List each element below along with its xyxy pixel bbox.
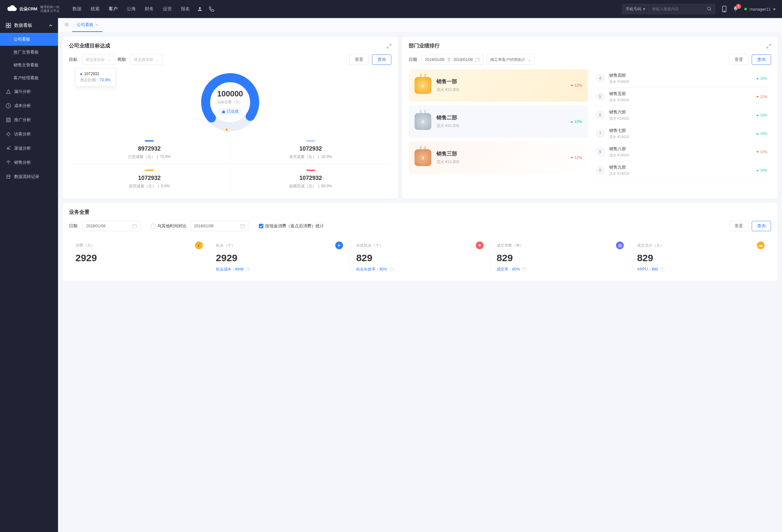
metric-icon: ➤ (335, 242, 343, 249)
mobile-icon[interactable] (722, 5, 727, 12)
user-icon[interactable] (197, 6, 203, 12)
sidebar-item-6[interactable]: 数据流转记录 (0, 170, 58, 184)
nav-item-2[interactable]: 客户 (109, 6, 118, 12)
svg-rect-6 (6, 26, 8, 28)
svg-point-1 (708, 7, 710, 10)
sidebar-sub-2[interactable]: 销售主管看板 (0, 59, 58, 72)
svg-rect-12 (241, 224, 245, 228)
goals-card: 公司业绩目标达成 目标 请选择目标⌄ 周期 请选择周期⌄ 重置 查询 10729… (63, 37, 398, 199)
ranking-card: 部门业绩排行 日期 2018/01/08至2018/01/08 按工单客户经理统… (402, 37, 778, 199)
username-label: manager11 (749, 7, 771, 11)
nav-icon (6, 132, 11, 137)
logo[interactable]: 云朵CRM 教育机构一站式服务云平台 (6, 5, 60, 13)
podium-1: 1销售一部流水 ¥10,90012% (409, 69, 588, 102)
date-input-1[interactable]: 2018/01/08 (82, 221, 141, 231)
sidebar: 数据看板 公司看板推广主管看板销售主管看板客户经理看板 漏斗分析成本分析推广分析… (0, 18, 58, 532)
nav-icon (6, 146, 11, 151)
metric-1: 机会（个）➤2929机会成本：¥948 ? (210, 239, 350, 275)
cash-checkbox[interactable]: 按现金消费（返点后消费）统计 (259, 223, 324, 229)
nav-item-0[interactable]: 数据 (73, 6, 81, 12)
nav-icon (6, 103, 11, 108)
date-range[interactable]: 2018/01/08至2018/01/08 (422, 55, 484, 65)
sidebar-sub-1[interactable]: 推广主管看板 (0, 46, 58, 59)
calendar-icon (475, 58, 480, 62)
tab-company-board[interactable]: 公司看板× (72, 18, 103, 32)
svg-rect-10 (476, 58, 479, 62)
query-button[interactable]: 查询 (752, 55, 771, 65)
target-select[interactable]: 请选择目标⌄ (82, 55, 114, 65)
date-input-2[interactable]: 2018/01/08 (190, 221, 249, 231)
tabbar: 公司看板× (58, 18, 782, 32)
close-icon[interactable]: × (96, 22, 98, 27)
groupby-select[interactable]: 按工单客户经理统计⌄ (487, 55, 534, 65)
nav-item-1[interactable]: 线索 (91, 6, 100, 12)
svg-point-3 (724, 11, 724, 11)
menu-toggle[interactable] (61, 22, 72, 28)
nav-item-6[interactable]: 报名 (181, 6, 190, 12)
stat-cell-3: 1072932超额完成（元）|89.9% (230, 164, 391, 193)
nav-item-5[interactable]: 运营 (163, 6, 172, 12)
reset-button[interactable]: 重置 (729, 221, 748, 231)
nav-item-3[interactable]: 公海 (127, 6, 136, 12)
svg-rect-5 (9, 23, 11, 25)
sidebar-sub-3[interactable]: 客户经理看板 (0, 72, 58, 84)
help-icon[interactable]: ? (660, 267, 665, 272)
sidebar-item-1[interactable]: 成本分析 (0, 99, 58, 113)
rank-row-7: 7销售七部流水 ¥1902010% (592, 125, 771, 143)
sidebar-item-5[interactable]: 销售分析 (0, 155, 58, 170)
sidebar-item-4[interactable]: 渠道分析 (0, 141, 58, 155)
main: 公司看板× 公司业绩目标达成 目标 请选择目标⌄ 周期 请选择周期⌄ 重置 查询 (58, 18, 782, 532)
rank-row-8: 8销售八部流水 ¥1902012% (592, 143, 771, 161)
donut-tooltip: 1072932 所占比例：70.9% (75, 68, 115, 86)
thumb-icon (221, 110, 225, 113)
nav-item-4[interactable]: 财务 (145, 6, 154, 12)
notifications[interactable]: 5 (733, 6, 739, 12)
search-button[interactable] (703, 6, 715, 12)
help-icon[interactable]: ? (246, 267, 250, 272)
svg-rect-7 (9, 26, 11, 28)
svg-rect-11 (133, 224, 137, 228)
help-icon[interactable]: ? (522, 267, 526, 272)
expand-icon[interactable] (767, 44, 771, 48)
stat-cell-0: 8972932已完成量（元）|70.9% (69, 135, 230, 164)
grid-icon (6, 23, 11, 28)
date-label: 日期 (409, 57, 417, 63)
metric-4: 成交流水（元）▬829ARPU：¥80 ? (631, 239, 771, 275)
nav-icon (6, 89, 11, 94)
search-input[interactable] (648, 7, 703, 11)
sidebar-item-3[interactable]: 访客分析 (0, 127, 58, 141)
help-icon[interactable]: ? (389, 267, 394, 272)
metric-3: 成交单数（单）▤829成交率：80% ? (490, 239, 631, 275)
phone-icon[interactable] (209, 6, 214, 12)
nav-icon (6, 117, 11, 122)
reset-button[interactable]: 重置 (729, 55, 748, 65)
reset-button[interactable]: 重置 (349, 55, 369, 65)
svg-point-0 (199, 7, 201, 9)
brand-name: 云朵CRM (19, 6, 37, 12)
expand-icon[interactable] (387, 44, 391, 48)
target-label: 目标 (69, 57, 77, 63)
search-type-select[interactable]: 手机号码▾ (623, 4, 648, 14)
compare-checkbox[interactable]: 与其他时间对比 (151, 223, 187, 229)
query-button[interactable]: 查询 (752, 221, 771, 231)
sidebar-head-dashboard[interactable]: 数据看板 (0, 18, 58, 33)
period-select[interactable]: 请选择周期⌄ (130, 55, 163, 65)
metric-icon: ▤ (616, 242, 624, 249)
calendar-icon (241, 224, 245, 228)
podium-2: 2销售二部流水 ¥10,90010% (409, 105, 588, 138)
rank-row-5: 5销售五部流水 ¥1902012% (592, 88, 771, 106)
sidebar-sub-0[interactable]: 公司看板 (0, 33, 58, 46)
query-button[interactable]: 查询 (372, 55, 391, 65)
metric-icon: 💰 (195, 242, 203, 249)
user-menu[interactable]: manager11 ▾ (744, 7, 776, 11)
search-icon (707, 6, 712, 11)
stat-cell-1: 1072932未完成量（元）|20.9% (230, 135, 391, 164)
chevron-up-icon (49, 24, 52, 27)
sidebar-item-0[interactable]: 漏斗分析 (0, 84, 58, 99)
rank-row-4: 4销售四部流水 ¥1902010% (592, 69, 771, 88)
brand-sub: 教育机构一站式服务云平台 (37, 5, 60, 13)
nav-icon (6, 174, 11, 179)
metric-2: 有效机会（个）✚829机会有效率：80% ? (350, 239, 490, 275)
status-dot (744, 8, 747, 10)
sidebar-item-2[interactable]: 推广分析 (0, 113, 58, 127)
